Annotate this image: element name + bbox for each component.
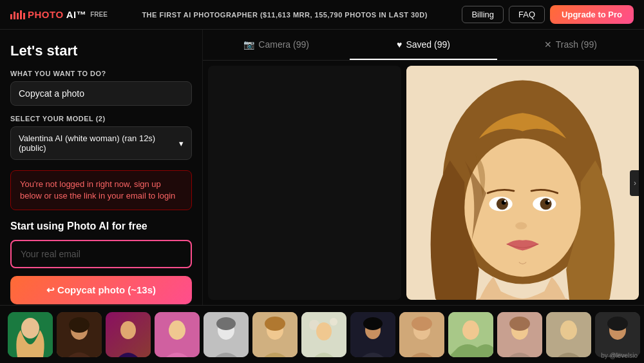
camera-icon: 📷 [243, 39, 254, 50]
header-tagline: THE FIRST AI PHOTOGRAPHER ($11,613 MRR, … [142, 11, 427, 19]
svg-point-34 [363, 317, 383, 330]
thumbnail-11[interactable] [497, 312, 542, 357]
svg-point-11 [547, 200, 549, 202]
svg-point-10 [504, 200, 506, 202]
svg-point-47 [607, 317, 628, 331]
svg-point-31 [316, 322, 332, 340]
thumbnail-13[interactable] [595, 312, 640, 357]
byline: by @levelsio [601, 352, 638, 359]
thumbnail-9[interactable] [399, 312, 444, 357]
content-area: 📷 Camera (99) ♥ Saved (99) ✕ Trash (99) [203, 30, 644, 305]
logo-icon [10, 10, 25, 19]
model-value: Valentina AI (white woman) (ran 12s) (pu… [19, 133, 179, 153]
thumbnail-8[interactable] [350, 312, 395, 357]
logo-text: PHOTO AI™ [28, 9, 86, 20]
svg-point-27 [265, 317, 285, 331]
heart-icon: ♥ [397, 39, 402, 50]
thumbnail-10[interactable] [448, 312, 493, 357]
svg-point-3 [515, 222, 527, 230]
thumbnail-6[interactable] [252, 312, 298, 357]
sidebar-title: Let's start [10, 43, 192, 59]
upgrade-button[interactable]: Upgrade to Pro [550, 5, 634, 24]
start-title: Start using Photo AI for free [10, 221, 192, 232]
svg-point-42 [509, 317, 530, 331]
tab-camera[interactable]: 📷 Camera (99) [203, 30, 350, 60]
trash-icon: ✕ [544, 39, 552, 50]
model-label: SELECT YOUR MODEL (2) [10, 115, 192, 123]
thumbnail-1[interactable] [8, 312, 53, 357]
svg-point-30 [330, 318, 337, 326]
model-selector[interactable]: Valentina AI (white woman) (ran 12s) (pu… [10, 126, 192, 160]
copycat-label: ↩ Copycat photo (~13s) [46, 284, 156, 296]
billing-button[interactable]: Billing [462, 6, 504, 23]
sidebar: Let's start WHAT YOU WANT TO DO? SELECT … [0, 30, 203, 305]
logo-free-badge: FREE [90, 11, 108, 18]
email-input[interactable] [10, 240, 192, 268]
faq-button[interactable]: FAQ [509, 6, 545, 23]
chevron-down-icon: ▾ [179, 139, 184, 148]
thumbnail-5[interactable] [204, 312, 249, 357]
warning-box: You're not logged in right now, sign up … [10, 170, 192, 210]
next-photo-button[interactable]: › [630, 170, 639, 196]
logo: PHOTO AI™ FREE [10, 9, 108, 20]
thumbnail-7[interactable] [301, 312, 346, 357]
thumbnail-2[interactable] [57, 312, 102, 357]
warning-text: You're not logged in right now, sign up … [20, 179, 182, 202]
tab-trash[interactable]: ✕ Trash (99) [497, 30, 644, 60]
photo-area: › [203, 61, 644, 305]
copycat-button[interactable]: ↩ Copycat photo (~13s) [10, 276, 192, 304]
svg-point-2 [464, 139, 581, 277]
tabs: 📷 Camera (99) ♥ Saved (99) ✕ Trash (99) [203, 30, 644, 61]
what-label: WHAT YOU WANT TO DO? [10, 70, 192, 77]
thumbnail-3[interactable] [106, 312, 151, 357]
thumbnail-4[interactable] [155, 312, 200, 357]
header-actions: Billing FAQ Upgrade to Pro [462, 5, 634, 24]
bottom-strip [0, 305, 644, 363]
portrait-svg [406, 66, 639, 300]
svg-point-24 [216, 317, 236, 330]
what-input[interactable] [10, 81, 192, 106]
svg-point-19 [120, 321, 136, 339]
thumbnail-12[interactable] [546, 312, 591, 357]
app-header: PHOTO AI™ FREE THE FIRST AI PHOTOGRAPHER… [0, 0, 644, 30]
svg-point-44 [560, 320, 577, 340]
photo-placeholder [208, 66, 401, 300]
svg-point-16 [69, 317, 90, 333]
woman-portrait [406, 66, 639, 300]
svg-point-13 [21, 318, 39, 338]
tab-saved[interactable]: ♥ Saved (99) [350, 30, 497, 60]
main-layout: Let's start WHAT YOU WANT TO DO? SELECT … [0, 30, 644, 305]
main-photo: › [406, 66, 639, 300]
svg-point-37 [412, 317, 432, 331]
svg-point-21 [169, 320, 185, 340]
svg-point-39 [462, 320, 479, 340]
